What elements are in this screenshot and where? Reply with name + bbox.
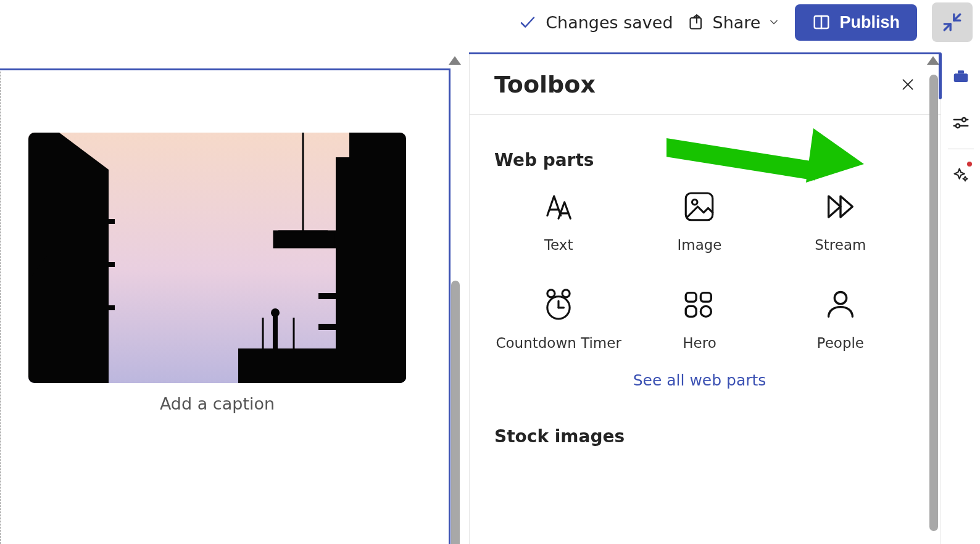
stream-icon	[823, 189, 858, 225]
webpart-tile-hero[interactable]: Hero	[635, 283, 763, 356]
svg-rect-20	[238, 348, 406, 360]
canvas-scroll-up-icon[interactable]	[449, 56, 461, 65]
panel-top-accent	[469, 52, 941, 54]
svg-rect-9	[65, 219, 115, 224]
svg-rect-11	[65, 305, 115, 310]
right-rail	[941, 52, 980, 544]
webpart-label: Image	[677, 236, 721, 255]
toolbox-body: Web parts Text	[470, 120, 929, 544]
svg-marker-33	[841, 196, 852, 217]
rail-separator	[948, 149, 974, 149]
svg-point-37	[547, 290, 555, 297]
checkmark-icon	[518, 13, 537, 31]
svg-point-31	[692, 200, 697, 205]
svg-rect-40	[701, 293, 712, 302]
share-menu[interactable]: Share	[688, 13, 781, 32]
toolbox-header: Toolbox	[470, 52, 941, 115]
image-icon	[681, 189, 717, 225]
webpart-label: People	[817, 334, 864, 353]
svg-point-38	[562, 290, 570, 297]
svg-rect-8	[96, 167, 102, 383]
image-webpart[interactable]: Add a caption	[28, 133, 406, 413]
svg-rect-0	[690, 18, 701, 29]
svg-point-47	[961, 118, 965, 122]
svg-point-23	[271, 308, 280, 317]
svg-rect-15	[274, 231, 336, 247]
webpart-tile-countdown[interactable]: Countdown Timer	[494, 283, 623, 356]
hero-icon	[681, 287, 717, 323]
svg-rect-10	[65, 262, 115, 267]
chevron-down-icon	[768, 16, 780, 28]
svg-rect-44	[953, 73, 968, 82]
notification-dot-icon	[967, 162, 972, 167]
clock-icon	[541, 287, 576, 323]
webpart-label: Stream	[815, 236, 866, 255]
svg-rect-39	[686, 293, 697, 302]
svg-rect-18	[318, 293, 406, 299]
toolbox-panel: Toolbox Web parts Text	[469, 52, 941, 544]
svg-rect-16	[349, 133, 406, 383]
webparts-heading: Web parts	[494, 150, 905, 170]
image-caption-input[interactable]: Add a caption	[28, 394, 406, 413]
webpart-tile-text[interactable]: Text	[494, 185, 623, 258]
sparkle-icon	[952, 167, 970, 184]
rail-settings-button[interactable]	[941, 99, 981, 146]
share-label: Share	[713, 13, 761, 32]
book-open-icon	[812, 13, 831, 31]
panel-scroll-up-icon[interactable]	[927, 56, 939, 65]
panel-scrollbar-thumb[interactable]	[929, 75, 938, 531]
sliders-icon	[952, 113, 970, 132]
webpart-tile-stream[interactable]: Stream	[776, 185, 905, 258]
person-icon	[823, 287, 858, 323]
webpart-tile-people[interactable]: People	[776, 283, 905, 356]
see-all-webparts-link[interactable]: See all web parts	[494, 371, 905, 389]
webpart-label: Text	[544, 236, 573, 255]
svg-point-43	[834, 292, 846, 304]
svg-rect-42	[701, 306, 712, 316]
svg-rect-19	[318, 324, 406, 330]
svg-marker-32	[828, 196, 840, 217]
rail-ai-button[interactable]	[941, 152, 981, 199]
svg-point-49	[955, 124, 959, 128]
svg-rect-22	[273, 316, 278, 350]
webpart-label: Countdown Timer	[496, 334, 621, 353]
image-preview	[28, 133, 406, 383]
webpart-label: Hero	[683, 334, 716, 353]
collapse-panel-button[interactable]	[932, 2, 973, 42]
editor-canvas: Add a caption	[0, 52, 469, 544]
top-command-bar: Changes saved Share Publish	[0, 0, 980, 44]
stock-images-heading: Stock images	[494, 426, 905, 447]
webparts-grid: Text Image	[494, 185, 905, 356]
collapse-icon	[942, 12, 963, 33]
save-status-label: Changes saved	[546, 13, 673, 32]
text-icon	[541, 189, 576, 225]
svg-rect-21	[238, 360, 406, 383]
svg-rect-45	[958, 70, 964, 73]
canvas-scrollbar-thumb[interactable]	[451, 281, 460, 544]
publish-button[interactable]: Publish	[795, 4, 917, 41]
toolbox-icon	[952, 67, 970, 85]
webpart-tile-image[interactable]: Image	[635, 185, 763, 258]
svg-rect-41	[686, 306, 697, 316]
close-panel-button[interactable]	[900, 76, 916, 93]
share-icon	[688, 14, 705, 31]
toolbox-title: Toolbox	[494, 71, 596, 98]
svg-rect-30	[686, 193, 713, 220]
close-icon	[900, 76, 916, 93]
rail-toolbox-button[interactable]	[941, 52, 981, 99]
publish-label: Publish	[839, 13, 900, 32]
save-status: Changes saved	[518, 13, 673, 32]
